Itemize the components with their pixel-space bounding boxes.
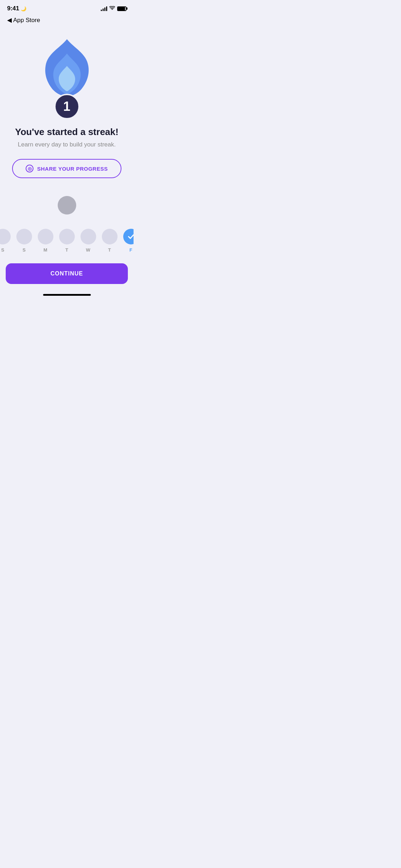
divider-dot <box>58 196 76 215</box>
day-sunday1: S <box>0 229 11 253</box>
back-chevron-icon: ◀ <box>7 16 12 24</box>
continue-button-label: CONTINUE <box>51 270 83 277</box>
share-progress-button[interactable]: ⊕ SHARE YOUR PROGRESS <box>12 159 121 178</box>
days-row: S S M T W T F <box>9 229 125 253</box>
streak-count-badge: 1 <box>54 94 80 119</box>
signal-icon <box>101 6 107 11</box>
day-label-m: M <box>43 247 47 253</box>
day-label-f: F <box>130 247 132 253</box>
home-indicator <box>43 294 91 296</box>
day-label-t2: T <box>108 247 111 253</box>
day-label-s1: S <box>1 247 4 253</box>
status-bar: 9:41 🌙 <box>0 0 134 15</box>
day-circle-s1 <box>0 229 11 244</box>
day-wednesday: W <box>80 229 96 253</box>
day-circle-t1 <box>59 229 75 244</box>
share-button-label: SHARE YOUR PROGRESS <box>37 166 108 172</box>
wifi-icon <box>109 6 115 11</box>
day-tuesday: T <box>59 229 75 253</box>
main-content: 1 You've started a streak! Learn every d… <box>0 27 134 263</box>
day-monday: M <box>38 229 53 253</box>
time-text: 9:41 <box>7 5 19 12</box>
checkmark-icon <box>127 233 134 241</box>
day-circle-m <box>38 229 53 244</box>
day-sunday2: S <box>16 229 32 253</box>
day-label-s2: S <box>22 247 26 253</box>
streak-headline: You've started a streak! <box>15 126 118 138</box>
day-label-w: W <box>86 247 90 253</box>
day-friday: F <box>123 229 134 253</box>
day-circle-s2 <box>16 229 32 244</box>
status-time: 9:41 🌙 <box>7 5 26 12</box>
streak-subtext: Learn every day to build your streak. <box>18 141 116 148</box>
streak-number: 1 <box>63 99 70 114</box>
status-icons <box>101 6 126 11</box>
day-circle-f <box>123 229 134 244</box>
moon-icon: 🌙 <box>21 6 26 11</box>
day-circle-t2 <box>102 229 118 244</box>
day-thursday: T <box>102 229 118 253</box>
day-circle-w <box>80 229 96 244</box>
back-button[interactable]: ◀ App Store <box>7 16 126 24</box>
continue-button[interactable]: CONTINUE <box>6 263 128 284</box>
share-plus-icon: ⊕ <box>26 165 33 172</box>
battery-icon <box>117 6 126 11</box>
nav-bar: ◀ App Store <box>0 15 134 27</box>
back-label: App Store <box>13 17 40 24</box>
day-label-t1: T <box>66 247 68 253</box>
flame-illustration: 1 <box>28 34 106 119</box>
